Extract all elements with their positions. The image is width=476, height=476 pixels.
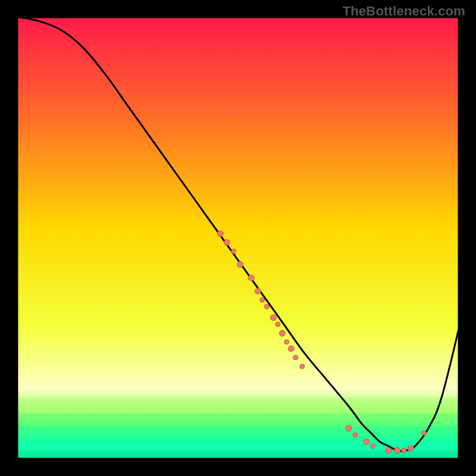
data-dot <box>260 298 265 302</box>
data-dot <box>422 430 427 435</box>
data-dot <box>386 447 392 453</box>
green-band <box>17 397 459 413</box>
data-dot <box>284 340 289 345</box>
data-dot <box>402 448 406 453</box>
chart-svg <box>17 17 459 459</box>
data-dot <box>248 275 254 281</box>
data-dot <box>353 433 358 437</box>
data-dot <box>346 425 352 431</box>
gradient-background <box>17 17 459 459</box>
data-dot <box>293 355 298 360</box>
green-band <box>17 426 459 439</box>
data-dot <box>288 346 294 352</box>
data-dot <box>279 330 285 336</box>
data-dot <box>231 249 236 253</box>
data-dot <box>300 364 305 369</box>
data-dot <box>394 447 400 453</box>
data-dot <box>264 304 269 309</box>
data-dot <box>371 444 375 449</box>
data-dot <box>255 288 261 294</box>
data-dot <box>364 439 369 444</box>
data-dot <box>275 322 280 327</box>
chart-container: TheBottleneck.com <box>0 0 476 476</box>
data-dot <box>224 239 230 245</box>
watermark-text: TheBottleneck.com <box>343 4 465 19</box>
plot-area <box>17 17 459 459</box>
data-dot <box>237 262 243 268</box>
data-dot <box>408 445 414 451</box>
data-dot <box>271 315 277 321</box>
data-dot <box>217 231 223 237</box>
green-band <box>17 413 459 426</box>
